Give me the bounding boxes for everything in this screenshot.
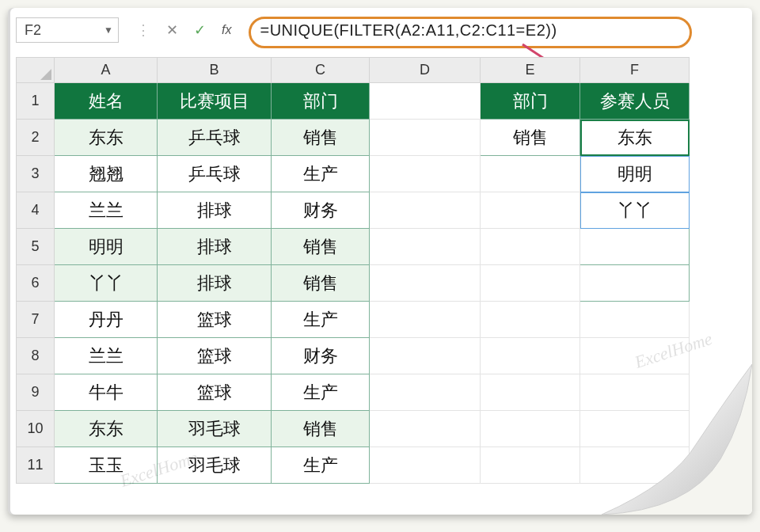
cell-F1[interactable]: 参赛人员: [580, 83, 690, 120]
cell-A6[interactable]: 丫丫: [55, 265, 158, 302]
cell-F9[interactable]: [580, 374, 690, 411]
cell-A5[interactable]: 明明: [55, 229, 158, 265]
cell-F8[interactable]: [580, 338, 690, 374]
col-header-B[interactable]: B: [158, 58, 272, 83]
excel-window: F2 ▼ ⋮ ✕ ✓ fx =UNIQUE(FILTER(A2:A11,C2:C…: [8, 8, 752, 515]
cancel-icon[interactable]: ✕: [166, 21, 178, 39]
cell-B4[interactable]: 排球: [158, 192, 272, 229]
row-header-2[interactable]: 2: [17, 120, 55, 156]
cell-D4[interactable]: [370, 192, 481, 229]
col-header-E[interactable]: E: [481, 58, 580, 83]
handle-icon: ⋮: [136, 21, 150, 39]
cell-F4[interactable]: 丫丫: [580, 192, 690, 229]
cell-A10[interactable]: 东东: [55, 411, 158, 447]
grid[interactable]: A B C D E F 1 姓名 比赛项目 部门 部门 参赛人员 2 东东: [16, 57, 690, 484]
cell-E2[interactable]: 销售: [481, 120, 580, 156]
cell-B5[interactable]: 排球: [158, 229, 272, 265]
cell-D7[interactable]: [370, 302, 481, 338]
row-header-5[interactable]: 5: [17, 229, 55, 265]
worksheet[interactable]: A B C D E F 1 姓名 比赛项目 部门 部门 参赛人员 2 东东: [16, 57, 744, 484]
cell-A2[interactable]: 东东: [55, 120, 158, 156]
cell-E9[interactable]: [481, 374, 580, 411]
cell-E8[interactable]: [481, 338, 580, 374]
cell-F2[interactable]: 东东: [580, 120, 690, 156]
select-all-corner[interactable]: [17, 58, 55, 83]
cell-B2[interactable]: 乒乓球: [158, 120, 272, 156]
cell-A8[interactable]: 兰兰: [55, 338, 158, 374]
cell-A11[interactable]: 玉玉: [55, 447, 158, 484]
chevron-down-icon[interactable]: ▼: [104, 25, 113, 36]
cell-C5[interactable]: 销售: [272, 229, 370, 265]
cell-D1[interactable]: [370, 83, 481, 120]
cell-B10[interactable]: 羽毛球: [158, 411, 272, 447]
cell-B7[interactable]: 篮球: [158, 302, 272, 338]
formula-bar-buttons: ⋮ ✕ ✓ fx: [127, 21, 245, 39]
cell-E3[interactable]: [481, 156, 580, 192]
cell-A9[interactable]: 牛牛: [55, 374, 158, 411]
cell-F11[interactable]: [580, 447, 690, 484]
cell-C3[interactable]: 生产: [272, 156, 370, 192]
cell-F3[interactable]: 明明: [580, 156, 690, 192]
col-header-D[interactable]: D: [370, 58, 481, 83]
row-header-6[interactable]: 6: [17, 265, 55, 302]
cell-D8[interactable]: [370, 338, 481, 374]
row-header-1[interactable]: 1: [17, 83, 55, 120]
cell-B8[interactable]: 篮球: [158, 338, 272, 374]
row-header-10[interactable]: 10: [17, 411, 55, 447]
fx-icon[interactable]: fx: [222, 23, 231, 37]
name-box[interactable]: F2 ▼: [16, 17, 119, 43]
row-header-7[interactable]: 7: [17, 302, 55, 338]
row-header-4[interactable]: 4: [17, 192, 55, 229]
row-header-11[interactable]: 11: [17, 447, 55, 484]
cell-C4[interactable]: 财务: [272, 192, 370, 229]
cell-B3[interactable]: 乒乓球: [158, 156, 272, 192]
row-header-8[interactable]: 8: [17, 338, 55, 374]
col-header-C[interactable]: C: [272, 58, 370, 83]
cell-C11[interactable]: 生产: [272, 447, 370, 484]
cell-B9[interactable]: 篮球: [158, 374, 272, 411]
cell-A3[interactable]: 翘翘: [55, 156, 158, 192]
cell-E1[interactable]: 部门: [481, 83, 580, 120]
cell-D9[interactable]: [370, 374, 481, 411]
cell-D2[interactable]: [370, 120, 481, 156]
cell-E6[interactable]: [481, 265, 580, 302]
col-header-F[interactable]: F: [580, 58, 690, 83]
cell-E7[interactable]: [481, 302, 580, 338]
cell-C7[interactable]: 生产: [272, 302, 370, 338]
cell-F7[interactable]: [580, 302, 690, 338]
formula-text: =UNIQUE(FILTER(A2:A11,C2:C11=E2)): [253, 20, 563, 41]
cell-D5[interactable]: [370, 229, 481, 265]
cell-D3[interactable]: [370, 156, 481, 192]
cell-D10[interactable]: [370, 411, 481, 447]
cell-E5[interactable]: [481, 229, 580, 265]
cell-C1[interactable]: 部门: [272, 83, 370, 120]
cell-D6[interactable]: [370, 265, 481, 302]
cell-C10[interactable]: 销售: [272, 411, 370, 447]
cell-B6[interactable]: 排球: [158, 265, 272, 302]
cell-C6[interactable]: 销售: [272, 265, 370, 302]
row-header-3[interactable]: 3: [17, 156, 55, 192]
cell-A7[interactable]: 丹丹: [55, 302, 158, 338]
cell-C8[interactable]: 财务: [272, 338, 370, 374]
cell-A4[interactable]: 兰兰: [55, 192, 158, 229]
formula-bar-row: F2 ▼ ⋮ ✕ ✓ fx =UNIQUE(FILTER(A2:A11,C2:C…: [16, 14, 744, 46]
row-header-9[interactable]: 9: [17, 374, 55, 411]
formula-bar[interactable]: =UNIQUE(FILTER(A2:A11,C2:C11=E2)): [253, 20, 744, 41]
confirm-icon[interactable]: ✓: [194, 21, 206, 39]
cell-E10[interactable]: [481, 411, 580, 447]
cell-C2[interactable]: 销售: [272, 120, 370, 156]
cell-E4[interactable]: [481, 192, 580, 229]
name-box-value: F2: [25, 22, 41, 39]
cell-B1[interactable]: 比赛项目: [158, 83, 272, 120]
cell-F6[interactable]: [580, 265, 690, 302]
cell-B11[interactable]: 羽毛球: [158, 447, 272, 484]
cell-E11[interactable]: [481, 447, 580, 484]
col-header-A[interactable]: A: [55, 58, 158, 83]
cell-C9[interactable]: 生产: [272, 374, 370, 411]
cell-F5[interactable]: [580, 229, 690, 265]
cell-A1[interactable]: 姓名: [55, 83, 158, 120]
cell-D11[interactable]: [370, 447, 481, 484]
cell-F10[interactable]: [580, 411, 690, 447]
